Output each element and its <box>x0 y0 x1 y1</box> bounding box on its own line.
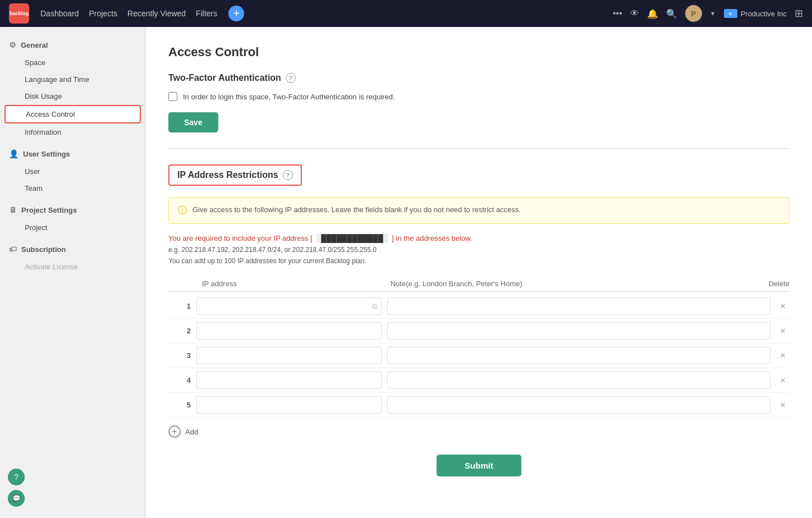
two-factor-checkbox[interactable] <box>168 92 177 101</box>
sidebar-item-user[interactable]: User <box>4 163 141 180</box>
ip-col-num-header <box>168 279 196 288</box>
sidebar-section-subscription: 🏷 Subscription Activate License <box>0 240 145 275</box>
sidebar-item-project[interactable]: Project <box>4 219 141 236</box>
ip-row-2-note-input[interactable] <box>387 322 770 340</box>
ip-restrictions-title: IP Address Restrictions <box>177 170 278 180</box>
submit-row: Submit <box>168 455 790 476</box>
ip-row-3-delete-button[interactable]: × <box>776 349 790 363</box>
ip-row-5-note-input[interactable] <box>387 396 770 414</box>
sidebar-item-language[interactable]: Language and Time <box>4 71 141 88</box>
sidebar-item-information[interactable]: Information <box>4 124 141 140</box>
ip-row-4-addr-wrapper <box>196 372 382 389</box>
sidebar-section-user-settings-header[interactable]: 👤 User Settings <box>0 145 145 163</box>
nav-links: Dashboard Projects Recently Viewed Filte… <box>40 9 217 18</box>
app-logo[interactable]: backlog <box>9 3 29 24</box>
sidebar-section-general-label: General <box>21 41 48 49</box>
ip-row-2: 2 × <box>168 319 790 343</box>
sidebar-section-subscription-label: Subscription <box>21 245 66 254</box>
ip-info-text: Give access to the following IP addresse… <box>192 204 521 216</box>
ip-row-2-num: 2 <box>168 327 196 335</box>
sidebar-section-project-settings-header[interactable]: 🖥 Project Settings <box>0 201 145 219</box>
section-divider <box>168 148 790 149</box>
save-button[interactable]: Save <box>168 112 218 132</box>
avatar[interactable]: P <box>685 5 702 22</box>
nav-dashboard[interactable]: Dashboard <box>40 9 79 18</box>
grid-icon[interactable]: ⊞ <box>795 7 803 20</box>
ip-restrictions-help-icon[interactable]: ? <box>283 170 293 180</box>
ip-col-note-header: Note(e.g. London Branch, Peter's Home) <box>385 279 756 288</box>
user-icon: 👤 <box>9 149 19 158</box>
company-logo: b <box>724 9 737 18</box>
ip-col-addr-header: IP address <box>196 279 385 288</box>
two-factor-title: Two-Factor Authentication <box>168 73 281 83</box>
ip-row-2-delete-button[interactable]: × <box>776 324 790 338</box>
ip-row-5: 5 × <box>168 393 790 418</box>
ip-row-3-num: 3 <box>168 351 196 360</box>
ip-table-header: IP address Note(e.g. London Branch, Pete… <box>168 276 790 292</box>
ip-col-del-header: Delete <box>756 279 790 288</box>
sidebar-item-activate-license[interactable]: Activate License <box>4 259 141 275</box>
ip-row-4: 4 × <box>168 368 790 393</box>
two-factor-section-label: Two-Factor Authentication ? <box>168 73 790 83</box>
more-icon[interactable]: ••• <box>613 8 622 19</box>
ip-row-4-addr-input[interactable] <box>196 372 382 389</box>
monitor-icon: 🖥 <box>9 205 17 214</box>
page-title: Access Control <box>168 45 790 59</box>
sidebar-item-access-control[interactable]: Access Control <box>4 105 141 123</box>
add-ip-row[interactable]: + Add <box>168 425 790 438</box>
gear-icon: ⚙ <box>9 40 16 49</box>
nav-recently-viewed[interactable]: Recently Viewed <box>127 9 186 18</box>
bell-icon[interactable]: 🔔 <box>647 8 658 19</box>
two-factor-checkbox-row: In order to login this space, Two-Factor… <box>168 92 790 101</box>
topnav-right: ••• 👁 🔔 🔍 P ▼ b Productive Inc ⊞ <box>613 5 803 22</box>
ip-row-4-note-input[interactable] <box>387 372 770 389</box>
sidebar-section-subscription-header[interactable]: 🏷 Subscription <box>0 240 145 258</box>
top-navigation: backlog Dashboard Projects Recently View… <box>0 0 812 27</box>
company-name: Productive Inc <box>741 10 787 18</box>
main-layout: ⚙ General Space Language and Time Disk U… <box>0 27 812 518</box>
sidebar-section-general-header[interactable]: ⚙ General <box>0 36 145 54</box>
chevron-down-icon[interactable]: ▼ <box>710 10 716 17</box>
ip-row-1-delete-button[interactable]: × <box>776 300 790 313</box>
add-circle-icon: + <box>168 425 181 438</box>
search-icon[interactable]: 🔍 <box>666 8 677 19</box>
sidebar-item-disk-usage[interactable]: Disk Usage <box>4 88 141 104</box>
nav-filters[interactable]: Filters <box>196 9 217 18</box>
ip-row-5-addr-input[interactable] <box>196 396 382 414</box>
ip-row-1-note-input[interactable] <box>387 297 770 315</box>
two-factor-checkbox-label: In order to login this space, Two-Factor… <box>183 93 395 101</box>
add-button[interactable]: + <box>228 6 244 21</box>
ip-row-5-delete-button[interactable]: × <box>776 398 790 412</box>
ip-row-4-num: 4 <box>168 376 196 384</box>
chat-icon[interactable]: 💬 <box>8 490 25 507</box>
ip-row-3-addr-wrapper <box>196 347 382 364</box>
ip-row-5-num: 5 <box>168 401 196 409</box>
help-icon[interactable]: ? <box>8 469 25 485</box>
two-factor-help-icon[interactable]: ? <box>286 73 296 83</box>
submit-button[interactable]: Submit <box>437 455 521 476</box>
nav-projects[interactable]: Projects <box>89 9 118 18</box>
sidebar-section-user-settings-label: User Settings <box>23 150 70 158</box>
ip-row-5-addr-wrapper <box>196 396 382 414</box>
clipboard-icon: ⧉ <box>372 302 377 311</box>
sidebar-section-user-settings: 👤 User Settings User Team <box>0 145 145 196</box>
eye-icon[interactable]: 👁 <box>630 8 639 19</box>
ip-row-2-addr-input[interactable] <box>196 322 382 340</box>
sidebar: ⚙ General Space Language and Time Disk U… <box>0 27 146 518</box>
ip-row-4-delete-button[interactable]: × <box>776 374 790 387</box>
bottom-icons: ? 💬 <box>8 469 25 507</box>
ip-row-1-addr-input[interactable] <box>196 297 382 315</box>
ip-row-1-addr-wrapper: ⧉ <box>196 297 382 315</box>
sidebar-item-team[interactable]: Team <box>4 180 141 196</box>
sidebar-section-general: ⚙ General Space Language and Time Disk U… <box>0 36 145 140</box>
ip-row-1: 1 ⧉ × <box>168 294 790 319</box>
ip-row-3-addr-input[interactable] <box>196 347 382 364</box>
ip-row-3-note-input[interactable] <box>387 347 770 364</box>
ip-info-banner: ⓘ Give access to the following IP addres… <box>168 197 790 224</box>
sidebar-item-space[interactable]: Space <box>4 54 141 71</box>
add-label: Add <box>185 428 198 436</box>
ip-warning-text: You are required to include your IP addr… <box>168 234 790 242</box>
ip-restrictions-header-box: IP Address Restrictions ? <box>168 164 302 186</box>
tag-icon: 🏷 <box>9 245 17 254</box>
sidebar-section-project-settings: 🖥 Project Settings Project <box>0 201 145 236</box>
